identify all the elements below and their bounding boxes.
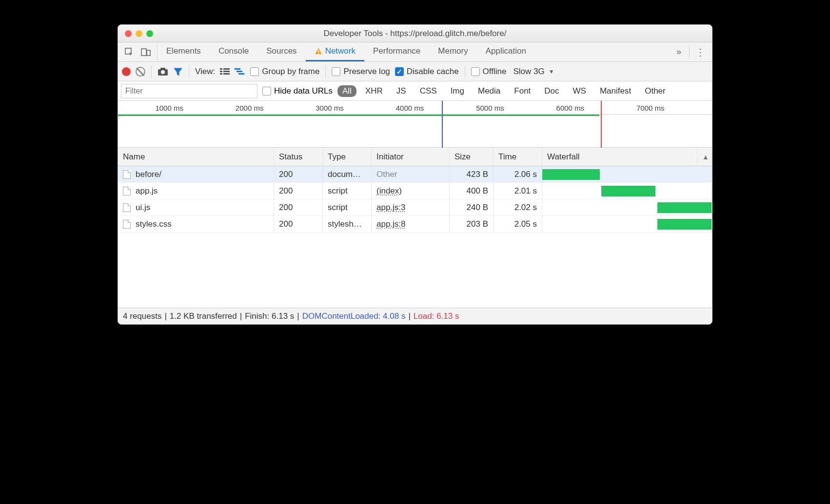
filter-type-other[interactable]: Other	[640, 85, 671, 97]
disable-cache-checkbox[interactable]	[395, 67, 404, 76]
file-icon	[123, 187, 131, 195]
status-load: Load: 6.13 s	[414, 311, 459, 321]
tab-network[interactable]: Network	[306, 42, 364, 61]
cell-time: 2.05 s	[494, 216, 542, 232]
cell-time: 2.02 s	[494, 199, 542, 215]
svg-rect-6	[160, 68, 165, 70]
col-size[interactable]: Size	[450, 148, 494, 166]
tab-elements[interactable]: Elements	[158, 42, 210, 61]
file-icon	[123, 170, 131, 179]
filter-toggle-icon[interactable]	[173, 67, 183, 77]
devtools-menu-icon[interactable]: ⋮	[693, 46, 707, 58]
throttling-select[interactable]: Slow 3G ▼	[513, 67, 554, 77]
filter-type-font[interactable]: Font	[509, 85, 535, 97]
toggle-device-icon[interactable]	[138, 45, 153, 59]
status-transferred: 1.2 KB transferred	[170, 311, 237, 321]
filter-input[interactable]	[121, 84, 257, 98]
window-minimize-button[interactable]	[136, 30, 142, 37]
waterfall-bar	[601, 186, 655, 196]
timeline-body	[118, 115, 712, 148]
window-close-button[interactable]	[125, 30, 132, 37]
filter-type-manifest[interactable]: Manifest	[595, 85, 636, 97]
request-row[interactable]: app.js200script(index)400 B2.01 s	[118, 183, 712, 199]
overflow-tabs-icon[interactable]: »	[672, 47, 685, 57]
svg-rect-14	[235, 68, 240, 70]
tab-performance[interactable]: Performance	[364, 42, 429, 61]
cell-size: 240 B	[450, 199, 494, 215]
col-initiator[interactable]: Initiator	[372, 148, 450, 166]
dropdown-caret-icon: ▼	[549, 68, 554, 75]
col-waterfall[interactable]: Waterfall	[542, 148, 697, 166]
filter-type-doc[interactable]: Doc	[539, 85, 564, 97]
offline-checkbox[interactable]	[471, 67, 480, 76]
col-status[interactable]: Status	[274, 148, 323, 166]
svg-rect-10	[220, 71, 222, 72]
cell-initiator[interactable]: app.js:3	[372, 199, 450, 215]
cell-name: ui.js	[118, 199, 274, 215]
filter-type-img[interactable]: Img	[446, 85, 469, 97]
group-by-frame-toggle[interactable]: Group by frame	[250, 67, 319, 77]
svg-rect-13	[223, 73, 230, 75]
filter-type-xhr[interactable]: XHR	[360, 85, 388, 97]
cell-time: 2.06 s	[494, 166, 542, 182]
filter-type-media[interactable]: Media	[473, 85, 505, 97]
tab-memory[interactable]: Memory	[429, 42, 476, 61]
svg-rect-12	[220, 73, 222, 75]
network-toolbar: View: Group by frame Preserve log Disabl…	[118, 62, 712, 81]
preserve-log-checkbox[interactable]	[332, 67, 340, 76]
cell-name: before/	[118, 166, 274, 182]
tab-application[interactable]: Application	[477, 42, 535, 61]
cell-size: 203 B	[450, 216, 494, 232]
filter-type-css[interactable]: CSS	[415, 85, 442, 97]
window-zoom-button[interactable]	[146, 30, 153, 37]
filter-type-js[interactable]: JS	[392, 85, 411, 97]
cell-initiator[interactable]: app.js:8	[372, 216, 450, 232]
svg-rect-8	[220, 68, 222, 70]
inspect-element-icon[interactable]	[122, 45, 137, 59]
cell-name: styles.css	[118, 216, 274, 232]
load-marker-line	[601, 101, 602, 148]
col-time[interactable]: Time	[494, 148, 542, 166]
hide-data-urls-checkbox[interactable]	[262, 87, 271, 96]
hide-data-urls-toggle[interactable]: Hide data URLs	[262, 86, 333, 96]
disable-cache-toggle[interactable]: Disable cache	[395, 67, 459, 77]
group-by-frame-checkbox[interactable]	[250, 67, 259, 76]
svg-rect-15	[237, 71, 242, 72]
cell-name: app.js	[118, 183, 274, 199]
cell-status: 200	[274, 216, 323, 232]
request-row[interactable]: styles.css200stylesh…app.js:8203 B2.05 s	[118, 216, 712, 233]
cell-type: docum…	[323, 166, 372, 182]
svg-rect-1	[141, 49, 146, 56]
offline-toggle[interactable]: Offline	[471, 67, 507, 77]
filter-type-all[interactable]: All	[337, 85, 356, 97]
cell-type: script	[323, 199, 372, 215]
screenshot-icon[interactable]	[158, 67, 168, 76]
cell-type: stylesh…	[323, 216, 372, 232]
col-type[interactable]: Type	[323, 148, 372, 166]
timeline-tick: 1000 ms	[155, 104, 183, 112]
filter-type-ws[interactable]: WS	[568, 85, 591, 97]
svg-rect-16	[238, 73, 244, 75]
window-titlebar: Developer Tools - https://preload.glitch…	[118, 25, 712, 42]
cell-size: 423 B	[450, 166, 494, 182]
tab-sources[interactable]: Sources	[257, 42, 305, 61]
svg-rect-3	[318, 50, 319, 52]
timeline-tick: 5000 ms	[476, 104, 504, 112]
col-name[interactable]: Name	[118, 148, 274, 166]
record-button[interactable]	[122, 67, 131, 76]
view-label: View:	[195, 67, 215, 77]
devtools-window: Developer Tools - https://preload.glitch…	[118, 24, 712, 325]
timeline-tick: 3000 ms	[316, 104, 344, 112]
network-overview-timeline[interactable]: 1000 ms2000 ms3000 ms4000 ms5000 ms6000 …	[118, 101, 712, 148]
request-row[interactable]: ui.js200scriptapp.js:3240 B2.02 s	[118, 199, 712, 216]
tab-console[interactable]: Console	[210, 42, 257, 61]
large-rows-icon[interactable]	[220, 68, 230, 76]
cell-initiator[interactable]: (index)	[372, 183, 450, 199]
cell-status: 200	[274, 166, 323, 182]
clear-button[interactable]	[136, 67, 145, 77]
preserve-log-toggle[interactable]: Preserve log	[332, 67, 390, 77]
waterfall-bar	[657, 219, 712, 230]
waterfall-view-icon[interactable]	[235, 68, 245, 76]
request-row[interactable]: before/200docum…Other423 B2.06 s	[118, 166, 712, 183]
col-sort-indicator: ▲	[697, 148, 712, 166]
